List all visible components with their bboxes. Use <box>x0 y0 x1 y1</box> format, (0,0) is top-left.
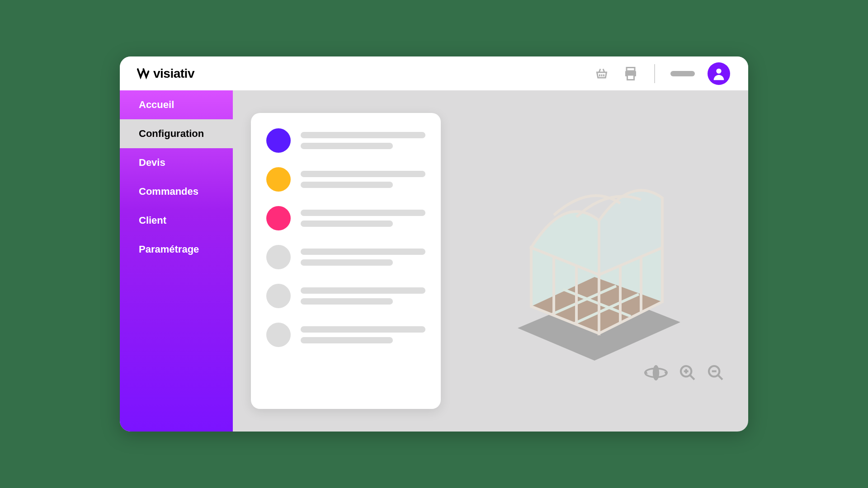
app-body: Accueil Configuration Devis Commandes Cl… <box>120 90 748 432</box>
color-swatch[interactable] <box>266 323 291 347</box>
greenhouse-3d-icon <box>486 162 703 361</box>
config-option[interactable] <box>266 206 425 230</box>
option-text-placeholder <box>301 171 425 188</box>
svg-rect-0 <box>627 67 635 71</box>
brand-logo[interactable]: visiativ <box>136 66 194 81</box>
sidebar-item-client[interactable]: Client <box>120 206 233 235</box>
sidebar-item-label: Paramétrage <box>139 244 199 255</box>
config-option[interactable] <box>266 323 425 347</box>
user-avatar[interactable] <box>708 62 730 85</box>
config-option[interactable] <box>266 284 425 308</box>
svg-line-22 <box>718 375 722 380</box>
svg-point-16 <box>653 365 660 380</box>
visiativ-mark-icon <box>136 67 150 80</box>
app-window: visiativ <box>120 56 748 432</box>
sidebar-item-commandes[interactable]: Commandes <box>120 177 233 206</box>
config-option[interactable] <box>266 128 425 153</box>
configuration-panel <box>251 113 441 409</box>
svg-line-18 <box>690 375 694 380</box>
color-swatch[interactable] <box>266 284 291 308</box>
sidebar-item-label: Accueil <box>139 99 174 111</box>
option-text-placeholder <box>301 326 425 343</box>
option-text-placeholder <box>301 249 425 266</box>
svg-rect-2 <box>627 75 634 80</box>
header-divider <box>654 64 655 83</box>
brand-name: visiativ <box>153 66 194 81</box>
sidebar: Accueil Configuration Devis Commandes Cl… <box>120 90 233 432</box>
header-actions <box>594 62 730 85</box>
config-option[interactable] <box>266 245 425 269</box>
main-area <box>233 90 748 432</box>
option-text-placeholder <box>301 210 425 227</box>
header: visiativ <box>120 56 748 90</box>
zoom-out-icon[interactable] <box>706 363 726 383</box>
sidebar-item-label: Configuration <box>139 128 204 140</box>
option-text-placeholder <box>301 132 425 149</box>
zoom-in-icon[interactable] <box>678 363 698 383</box>
printer-icon[interactable] <box>623 66 639 82</box>
sidebar-item-devis[interactable]: Devis <box>120 148 233 177</box>
sidebar-item-accueil[interactable]: Accueil <box>120 90 233 119</box>
sidebar-item-label: Client <box>139 215 166 226</box>
color-swatch[interactable] <box>266 167 291 192</box>
svg-point-3 <box>716 68 721 73</box>
rotate-3d-icon[interactable] <box>642 359 670 386</box>
config-option[interactable] <box>266 167 425 192</box>
sidebar-item-configuration[interactable]: Configuration <box>120 119 233 148</box>
sidebar-item-parametrage[interactable]: Paramétrage <box>120 235 233 264</box>
viewer-controls <box>642 359 726 386</box>
option-text-placeholder <box>301 287 425 305</box>
sidebar-item-label: Commandes <box>139 186 198 197</box>
color-swatch[interactable] <box>266 128 291 153</box>
model-preview[interactable] <box>459 113 730 409</box>
color-swatch[interactable] <box>266 206 291 230</box>
basket-icon[interactable] <box>594 66 610 82</box>
sidebar-item-label: Devis <box>139 157 165 169</box>
username-placeholder <box>670 71 695 76</box>
color-swatch[interactable] <box>266 245 291 269</box>
